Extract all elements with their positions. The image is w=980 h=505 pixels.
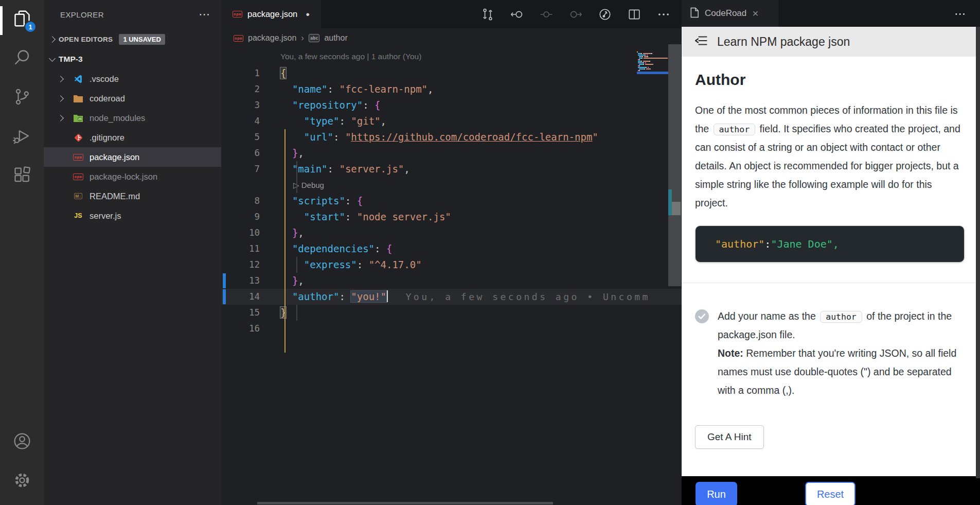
svg-text:JS: JS: [78, 117, 82, 120]
gitlens-inline-blame: You, a few seconds ago • Uncomm: [405, 291, 650, 302]
modified-gutter-marker: [223, 289, 226, 304]
tab-label: package.json: [247, 9, 297, 19]
run-tutorial-icon[interactable]: [598, 8, 612, 21]
md-file-icon: M↓: [72, 193, 85, 199]
get-a-hint-button[interactable]: Get A Hint: [695, 425, 764, 449]
code-lines: 1{2 "name": "fcc-learn-npm",3 "repositor…: [221, 65, 682, 337]
activity-source-control[interactable]: [0, 78, 44, 117]
split-editor-icon[interactable]: [628, 8, 641, 21]
account-icon: [13, 432, 31, 452]
code-line-11[interactable]: 11 "dependencies": {: [221, 241, 682, 257]
compare-changes-icon[interactable]: [481, 8, 494, 21]
vertical-scrollbar[interactable]: [668, 44, 681, 286]
activity-settings[interactable]: [0, 462, 44, 501]
line-number: 12: [221, 257, 260, 273]
bracket-guide: [284, 129, 286, 353]
unsaved-badge: 1 UNSAVED: [119, 34, 165, 45]
line-number: 5: [221, 129, 260, 145]
activity-account[interactable]: [0, 423, 44, 462]
go-forward-icon[interactable]: [569, 8, 582, 21]
code-line-10[interactable]: 10 },: [221, 225, 682, 241]
file-name: coderoad: [90, 94, 125, 103]
activity-extensions[interactable]: [0, 156, 44, 196]
code-line-16[interactable]: 16: [221, 321, 682, 337]
code-line-1[interactable]: 1{: [221, 65, 682, 81]
run-button[interactable]: Run: [696, 482, 737, 505]
code-line-2[interactable]: 2 "name": "fcc-learn-npm",: [221, 81, 682, 97]
line-number: 13: [221, 273, 260, 289]
line-number: 8: [221, 193, 260, 209]
code-line-12[interactable]: 12 "express": "^4.17.0": [221, 257, 682, 273]
file-tree-item-coderoad[interactable]: coderoad: [44, 89, 221, 108]
workspace-root-folder[interactable]: TMP-3: [44, 49, 221, 69]
code-line-13[interactable]: 13 },: [221, 273, 682, 289]
panel-scrollbar[interactable]: [976, 27, 980, 478]
breadcrumb-file[interactable]: package.json: [248, 33, 296, 43]
panel-tab-bar: CodeRoad × ⋯: [682, 0, 980, 27]
editor-tab-bar: npm package.json ●: [221, 0, 682, 28]
go-back-icon[interactable]: [510, 8, 524, 21]
modified-gutter-marker: [223, 273, 226, 288]
extensions-icon: [13, 166, 31, 186]
activity-bar: 1: [0, 0, 44, 505]
code-line-3[interactable]: 3 "repository": {: [221, 97, 682, 113]
activity-run-debug[interactable]: [0, 117, 44, 156]
gitlens-file-blame[interactable]: You, a few seconds ago | 1 author (You): [221, 48, 682, 65]
panel-action-bar: Run Reset: [682, 476, 980, 505]
vscode-window: 1 EXPLORER ⋯ OPEN EDI: [0, 0, 980, 505]
file-name: node_modules: [90, 113, 145, 123]
reset-button[interactable]: Reset: [805, 482, 856, 505]
code-editor[interactable]: You, a few seconds ago | 1 author (You) …: [221, 48, 682, 505]
gear-icon: [13, 471, 31, 492]
lesson-paragraph: One of the most common pieces of informa…: [695, 101, 965, 212]
editor-more-actions-icon[interactable]: [657, 8, 670, 21]
line-number: 7: [221, 161, 260, 177]
file-tree-item-.vscode[interactable]: .vscode: [44, 69, 221, 89]
chevron-down-icon: [49, 55, 56, 62]
example-code-block: "author": "Jane Doe",: [695, 225, 965, 263]
file-tree-item-server.js[interactable]: JSserver.js: [44, 206, 221, 225]
coderoad-tab-label: CodeRoad: [705, 8, 746, 19]
code-line-7[interactable]: 7 "main": "server.js",: [221, 161, 682, 177]
line-number: 3: [221, 97, 260, 113]
tab-package-json[interactable]: npm package.json ●: [221, 0, 321, 28]
close-icon[interactable]: ×: [752, 7, 758, 20]
line-number: 9: [221, 209, 260, 225]
current-position-icon[interactable]: [540, 8, 553, 21]
divider: [682, 283, 980, 283]
code-line-9[interactable]: 9 "start": "node server.js": [221, 209, 682, 225]
file-tree-item-package-lock.json[interactable]: npmpackage-lock.json: [44, 167, 221, 186]
indent-guide: [296, 305, 297, 321]
breadcrumb-symbol[interactable]: author: [324, 33, 347, 43]
activity-explorer[interactable]: 1: [0, 0, 44, 39]
file-tree-item-README.md[interactable]: M↓README.md: [44, 186, 221, 206]
panel-more-icon[interactable]: ⋯: [954, 7, 967, 21]
code-line-5[interactable]: 5 "url": "https://github.com/coderoad/fc…: [221, 129, 682, 145]
open-editors-section[interactable]: OPEN EDITORS 1 UNSAVED: [44, 29, 221, 49]
explorer-more-icon[interactable]: ⋯: [199, 8, 211, 21]
activity-search[interactable]: [0, 39, 44, 78]
tab-coderoad[interactable]: CodeRoad ×: [682, 0, 778, 27]
vscode-file-icon: [72, 75, 85, 83]
code-line-6[interactable]: 6 },: [221, 145, 682, 161]
code-line-15[interactable]: 15}: [221, 305, 682, 321]
collapse-menu-icon[interactable]: [694, 34, 708, 49]
file-tree-item-.gitignore[interactable]: .gitignore: [44, 128, 221, 147]
chevron-right-icon: [49, 36, 56, 43]
code-line-8[interactable]: 8 "scripts": {: [221, 193, 682, 209]
lesson-heading: Author: [695, 71, 965, 89]
overview-cursor-marker: [672, 202, 681, 215]
horizontal-scrollbar[interactable]: [257, 502, 553, 504]
file-name: .gitignore: [90, 133, 124, 143]
line-number: 4: [221, 113, 260, 129]
npm-file-icon: npm: [72, 154, 85, 161]
npm-file-icon: npm: [72, 173, 85, 180]
code-line-4[interactable]: 4 "type": "git",: [221, 113, 682, 129]
code-line-14[interactable]: 14 "author": "you!"You, a few seconds ag…: [221, 289, 682, 305]
modified-dot-icon[interactable]: ●: [306, 10, 310, 18]
codelens-debug[interactable]: ▷ Debug: [221, 177, 682, 193]
file-tree-item-package.json[interactable]: npmpackage.json: [44, 147, 221, 167]
file-tree-item-node_modules[interactable]: JSnode_modules: [44, 108, 221, 128]
workspace-root-label: TMP-3: [59, 55, 83, 64]
file-icon: [690, 7, 699, 20]
